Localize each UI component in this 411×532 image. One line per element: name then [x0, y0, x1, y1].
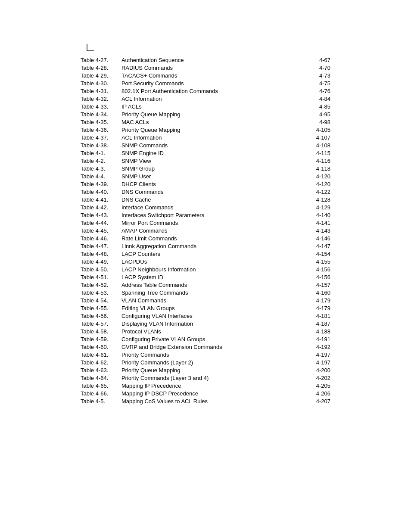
entry-page: 4-67: [303, 56, 330, 64]
entry-page: 4-157: [303, 281, 330, 289]
table-row: Table 4-36. Priority Queue Mapping 4-105: [81, 126, 330, 134]
entry-label: Table 4-63.: [81, 366, 121, 374]
table-row: Table 4-57. Displaying VLAN Information …: [81, 320, 330, 327]
table-row: Table 4-28. RADIUS Commands 4-70: [81, 64, 330, 72]
entry-label: Table 4-65.: [81, 382, 121, 389]
entry-page: 4-105: [303, 126, 330, 134]
table-row: Table 4-41. DNS Cache 4-128: [81, 196, 330, 203]
table-row: Table 4-53. Spanning Tree Commands 4-160: [81, 289, 330, 296]
toc-table: Table 4-27. Authentication Sequence 4-67…: [81, 56, 330, 405]
entry-title: IP ACLs: [121, 103, 303, 110]
entry-label: Table 4-37.: [81, 134, 121, 141]
entry-title: 802.1X Port Authentication Commands: [121, 87, 303, 95]
table-row: Table 4-2. SNMP View 4-116: [81, 157, 330, 165]
entry-page: 4-84: [303, 95, 330, 103]
entry-label: Table 4-2.: [81, 157, 121, 165]
entry-title: ACL Information: [121, 134, 303, 141]
entry-page: 4-141: [303, 219, 330, 227]
table-row: Table 4-30. Port Security Commands 4-75: [81, 79, 330, 87]
entry-label: Table 4-62.: [81, 358, 121, 366]
entry-page: 4-140: [303, 211, 330, 219]
entry-page: 4-76: [303, 87, 330, 95]
entry-page: 4-147: [303, 242, 330, 250]
entry-page: 4-115: [303, 149, 330, 157]
table-row: Table 4-38. SNMP Commands 4-108: [81, 141, 330, 149]
entry-title: Rate Limit Commands: [121, 234, 303, 242]
table-row: Table 4-39. DHCP Clients 4-120: [81, 180, 330, 188]
entry-page: 4-116: [303, 157, 330, 165]
entry-label: Table 4-29.: [81, 72, 121, 79]
entry-page: 4-202: [303, 374, 330, 382]
entry-page: 4-200: [303, 366, 330, 374]
entry-title: Port Security Commands: [121, 79, 303, 87]
entry-title: SNMP Commands: [121, 141, 303, 149]
entry-label: Table 4-47.: [81, 242, 121, 250]
entry-title: Protocol VLANs: [121, 327, 303, 335]
entry-page: 4-207: [303, 397, 330, 405]
entry-title: Priority Commands: [121, 351, 303, 358]
table-row: Table 4-60. GVRP and Bridge Extension Co…: [81, 343, 330, 351]
entry-title: SNMP User: [121, 172, 303, 180]
entry-page: 4-187: [303, 320, 330, 327]
entry-label: Table 4-38.: [81, 141, 121, 149]
entry-title: LACP System ID: [121, 273, 303, 281]
table-row: Table 4-54. VLAN Commands 4-179: [81, 296, 330, 304]
entry-title: Mirror Port Commands: [121, 219, 303, 227]
entry-title: Interface Commands: [121, 203, 303, 211]
entry-page: 4-75: [303, 79, 330, 87]
entry-page: 4-107: [303, 134, 330, 141]
entry-label: Table 4-43.: [81, 211, 121, 219]
table-row: Table 4-52. Address Table Commands 4-157: [81, 281, 330, 289]
entry-title: VLAN Commands: [121, 296, 303, 304]
entry-label: Table 4-31.: [81, 87, 121, 95]
entry-label: Table 4-32.: [81, 95, 121, 103]
table-row: Table 4-62. Priority Commands (Layer 2) …: [81, 358, 330, 366]
entry-label: Table 4-66.: [81, 389, 121, 397]
entry-label: Table 4-59.: [81, 335, 121, 343]
entry-title: AMAP Commands: [121, 227, 303, 234]
entry-title: Interfaces Switchport Parameters: [121, 211, 303, 219]
entry-title: Mapping CoS Values to ACL Rules: [121, 397, 303, 405]
entry-page: 4-143: [303, 227, 330, 234]
entry-title: LACP Neighbours Information: [121, 265, 303, 273]
entry-title: ACL Information: [121, 95, 303, 103]
entry-page: 4-179: [303, 304, 330, 312]
entry-page: 4-128: [303, 196, 330, 203]
table-row: Table 4-48. LACP Counters 4-154: [81, 250, 330, 258]
entry-page: 4-95: [303, 110, 330, 118]
entry-title: Configuring VLAN Interfaces: [121, 312, 303, 320]
entry-title: Priority Queue Mapping: [121, 110, 303, 118]
entry-label: Table 4-3.: [81, 165, 121, 172]
entry-label: Table 4-50.: [81, 265, 121, 273]
table-row: Table 4-32. ACL Information 4-84: [81, 95, 330, 103]
entry-title: LACP Counters: [121, 250, 303, 258]
table-row: Table 4-35. MAC ACLs 4-98: [81, 118, 330, 126]
entry-page: 4-205: [303, 382, 330, 389]
entry-page: 4-191: [303, 335, 330, 343]
table-row: Table 4-51. LACP System ID 4-156: [81, 273, 330, 281]
entry-title: Authentication Sequence: [121, 56, 303, 64]
table-row: Table 4-37. ACL Information 4-107: [81, 134, 330, 141]
entry-page: 4-146: [303, 234, 330, 242]
entry-page: 4-129: [303, 203, 330, 211]
entry-title: Configuring Private VLAN Groups: [121, 335, 303, 343]
table-row: Table 4-47. Linnk Aggregation Commands 4…: [81, 242, 330, 250]
entry-page: 4-179: [303, 296, 330, 304]
entry-page: 4-197: [303, 358, 330, 366]
entry-title: MAC ACLs: [121, 118, 303, 126]
entry-page: 4-197: [303, 351, 330, 358]
entry-title: LACPDUs: [121, 258, 303, 265]
entry-page: 4-108: [303, 141, 330, 149]
entry-title: SNMP Engine ID: [121, 149, 303, 157]
entry-page: 4-70: [303, 64, 330, 72]
entry-label: Table 4-4.: [81, 172, 121, 180]
table-row: Table 4-4. SNMP User 4-120: [81, 172, 330, 180]
entry-title: Priority Commands (Layer 3 and 4): [121, 374, 303, 382]
table-row: Table 4-44. Mirror Port Commands 4-141: [81, 219, 330, 227]
entry-title: Spanning Tree Commands: [121, 289, 303, 296]
table-row: Table 4-31. 802.1X Port Authentication C…: [81, 87, 330, 95]
entry-label: Table 4-54.: [81, 296, 121, 304]
entry-page: 4-85: [303, 103, 330, 110]
entry-label: Table 4-39.: [81, 180, 121, 188]
entry-label: Table 4-5.: [81, 397, 121, 405]
